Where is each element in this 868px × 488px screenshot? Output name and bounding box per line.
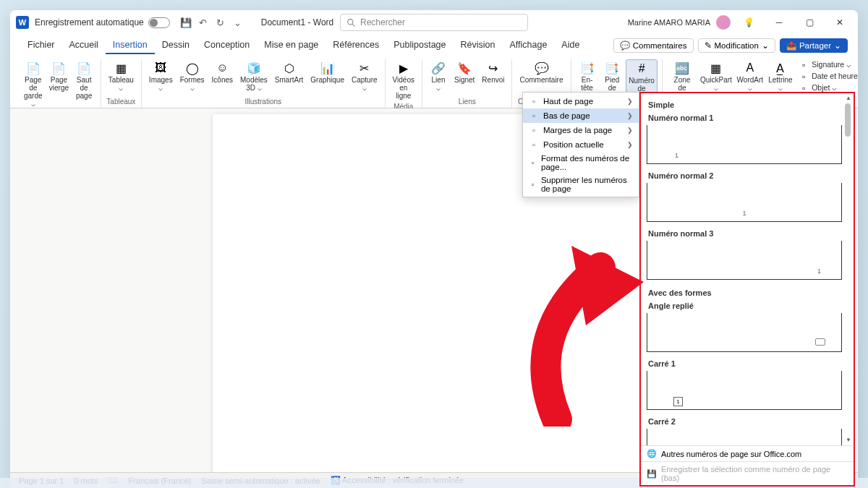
ribbon-lien[interactable]: 🔗Lien ⌵: [427, 59, 450, 96]
ribbon-icon: ▦: [114, 61, 128, 75]
ribbon-signature-[interactable]: ▫Signature ⌵: [796, 59, 858, 71]
undo-icon[interactable]: ↶: [197, 16, 210, 29]
ribbon-icon: ▦: [709, 61, 723, 75]
gallery-scrollbar[interactable]: ▲ ▼: [845, 96, 852, 442]
autosave-toggle[interactable]: [148, 17, 170, 28]
ribbon-icon: 🔖: [457, 61, 472, 75]
share-button[interactable]: 📤 Partager ⌄: [780, 38, 848, 53]
ribbon-icon: ☺: [215, 61, 229, 75]
gallery-item-num-ro-normal-2[interactable]: 1: [647, 183, 842, 222]
menu-item-icon: ▫: [529, 125, 539, 135]
scroll-thumb[interactable]: [845, 103, 851, 137]
ribbon-tabs: FichierAccueilInsertionDessinConceptionM…: [10, 35, 858, 56]
editing-mode-button[interactable]: ✎ Modification ⌄: [698, 38, 775, 53]
svg-line-1: [352, 24, 354, 26]
username-label[interactable]: Marine AMARO MARIA: [628, 18, 710, 27]
ribbon-icon: 📊: [320, 61, 335, 75]
ribbon-mod-les[interactable]: 🧊Modèles 3D ⌵: [237, 59, 271, 96]
comments-button[interactable]: 💬 Commentaires: [613, 38, 694, 53]
close-button[interactable]: ✕: [827, 12, 852, 33]
gallery-item-label: Numéro normal 2: [647, 170, 842, 183]
ribbon-graphique[interactable]: 📊Graphique: [307, 59, 347, 96]
save-icon[interactable]: 💾: [179, 16, 192, 29]
gallery-item-angle-repli-[interactable]: [647, 313, 842, 352]
maximize-button[interactable]: ▢: [797, 12, 822, 33]
ribbon-icon: 📄: [26, 61, 41, 75]
ribbon-signet[interactable]: 🔖Signet: [451, 59, 477, 96]
tab-mise-en-page[interactable]: Mise en page: [257, 37, 326, 54]
tab-fichier[interactable]: Fichier: [20, 37, 62, 54]
tab-conception[interactable]: Conception: [197, 37, 257, 54]
tab-accueil[interactable]: Accueil: [62, 37, 106, 54]
ribbon-tableau[interactable]: ▦Tableau ⌵: [106, 59, 137, 96]
ribbon-icon: ▶: [396, 61, 411, 75]
search-input[interactable]: Rechercher: [340, 14, 528, 31]
ribbon-icon: 🔤: [675, 61, 689, 75]
menu-supprimer-les-num-ros-de-page[interactable]: ▫Supprimer les numéros de page: [523, 174, 639, 195]
word-app-icon: W: [16, 16, 29, 29]
menu-marges-de-la-page[interactable]: ▫Marges de la page❯: [523, 123, 639, 137]
qat-customize-icon[interactable]: ⌄: [231, 16, 244, 29]
ribbon-icon: A: [743, 61, 757, 75]
gallery-item-carr-1[interactable]: 1: [647, 371, 842, 410]
ribbon-vid-os[interactable]: ▶Vidéos en ligne: [390, 59, 417, 101]
minimize-button[interactable]: ─: [767, 12, 791, 33]
menu-bas-de-page[interactable]: ▫Bas de page❯: [523, 108, 639, 123]
menu-format-des-num-ros-de-page-[interactable]: ▫Format des numéros de page...: [523, 152, 639, 174]
chevron-right-icon: ❯: [627, 112, 633, 119]
ribbon-formes[interactable]: ◯Formes ⌵: [177, 59, 208, 96]
ribbon-icon: #: [634, 61, 649, 76]
menu-item-icon: ▫: [529, 111, 539, 121]
ribbon-icon: ◯: [185, 61, 200, 75]
ribbon-renvoi[interactable]: ↪Renvoi: [479, 59, 507, 96]
menu-item-icon: ▫: [529, 158, 537, 168]
svg-point-0: [348, 19, 353, 24]
ribbon-commentaire[interactable]: 💬Commentaire: [516, 59, 566, 96]
ribbon-images[interactable]: 🖼Images ⌵: [146, 59, 176, 96]
tab-affichage[interactable]: Affichage: [502, 37, 554, 54]
menu-item-icon: ▫: [529, 179, 537, 189]
scroll-down-icon[interactable]: ▼: [845, 437, 852, 444]
ribbon-icon: 🧊: [247, 61, 261, 75]
chevron-right-icon: ❯: [627, 98, 633, 105]
chevron-right-icon: ❯: [627, 127, 633, 134]
menu-position-actuelle[interactable]: ▫Position actuelle❯: [523, 137, 639, 152]
ribbon-icon: 📑: [605, 61, 619, 75]
page-number-gallery: ▲ ▼ SimpleNuméro normal 11Numéro normal …: [639, 92, 855, 487]
gallery-section-title: Avec des formes: [647, 286, 842, 300]
ribbon-group-label: Tableaux: [106, 96, 137, 108]
tab-références[interactable]: Références: [326, 37, 386, 54]
ribbon-icon: 📄: [51, 61, 66, 75]
user-avatar[interactable]: [716, 15, 731, 30]
ribbon-icon: ✂: [357, 61, 372, 75]
ribbon-group-label: Illustrations: [146, 96, 380, 108]
ribbon-icon: 🔗: [431, 61, 446, 75]
tab-insertion[interactable]: Insertion: [106, 37, 155, 54]
ribbon-saut-de[interactable]: 📄Saut de page: [72, 59, 95, 109]
ribbon-ic-nes[interactable]: ☺Icônes: [209, 59, 236, 96]
page-number-menu: ▫Haut de page❯▫Bas de page❯▫Marges de la…: [522, 92, 639, 197]
gallery-item-num-ro-normal-1[interactable]: 1: [647, 125, 842, 164]
ribbon-page-de[interactable]: 📄Page de garde ⌵: [20, 59, 46, 109]
help-icon[interactable]: 💡: [736, 12, 761, 33]
redo-icon[interactable]: ↻: [214, 16, 227, 29]
ribbon-capture[interactable]: ✂Capture ⌵: [349, 59, 380, 96]
gallery-item-carr-2[interactable]: 1: [647, 429, 842, 445]
menu-haut-de-page[interactable]: ▫Haut de page❯: [523, 94, 639, 108]
tab-dessin[interactable]: Dessin: [155, 37, 197, 54]
tab-révision[interactable]: Révision: [454, 37, 503, 54]
ribbon-group-label: Liens: [427, 96, 508, 108]
ribbon-date-et-heure[interactable]: ▫Date et heure: [796, 71, 858, 82]
document-title: Document1 - Word: [261, 17, 333, 27]
ribbon-page[interactable]: 📄Page vierge: [47, 59, 70, 109]
gallery-item-num-ro-normal-3[interactable]: 1: [647, 241, 842, 280]
tab-aide[interactable]: Aide: [554, 37, 587, 54]
ribbon-smartart[interactable]: ⬡SmartArt: [272, 59, 306, 96]
scroll-up-icon[interactable]: ▲: [845, 95, 852, 102]
search-icon: [346, 18, 356, 27]
gallery-more-office[interactable]: 🌐 Autres numéros de page sur Office.com: [641, 445, 854, 461]
tab-publipostage[interactable]: Publipostage: [386, 37, 453, 54]
gallery-item-label: Carré 2: [647, 416, 842, 429]
menu-item-icon: ▫: [529, 140, 539, 150]
chevron-right-icon: ❯: [627, 141, 633, 148]
